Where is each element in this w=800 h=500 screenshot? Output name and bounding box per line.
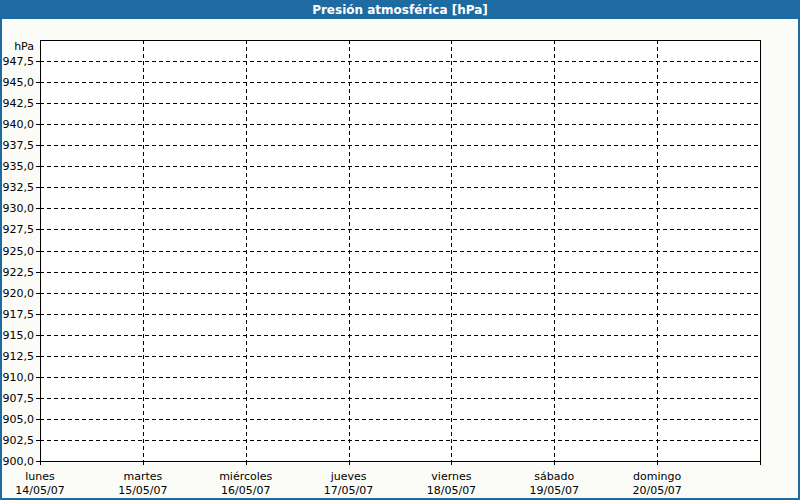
y-tick-label: 907,5 — [3, 392, 35, 405]
y-tick-label: 947,5 — [3, 55, 35, 68]
chart-window: Presión atmosférica [hPa] 947,5945,0942,… — [0, 0, 800, 500]
y-tick-label: 940,0 — [3, 118, 35, 131]
x-date-label: 18/05/07 — [427, 484, 476, 497]
y-tick-label: 937,5 — [3, 139, 35, 152]
y-tick-label: 922,5 — [3, 266, 35, 279]
x-day-label: sábado — [534, 470, 574, 483]
x-day-label: viernes — [431, 470, 471, 483]
y-tick-label: 920,0 — [3, 287, 35, 300]
y-tick-label: 912,5 — [3, 350, 35, 363]
chart-canvas: 947,5945,0942,5940,0937,5935,0932,5930,0… — [2, 19, 798, 498]
x-date-label: 17/05/07 — [324, 484, 373, 497]
y-tick-label: 905,0 — [3, 413, 35, 426]
x-day-label: lunes — [25, 470, 55, 483]
x-day-label: domingo — [633, 470, 681, 483]
y-tick-label: 945,0 — [3, 76, 35, 89]
x-date-label: 15/05/07 — [118, 484, 167, 497]
y-tick-label: 942,5 — [3, 97, 35, 110]
y-tick-label: 932,5 — [3, 181, 35, 194]
y-tick-label: 935,0 — [3, 160, 35, 173]
y-axis-unit-label: hPa — [14, 40, 34, 53]
y-tick-label: 930,0 — [3, 202, 35, 215]
x-date-label: 14/05/07 — [15, 484, 64, 497]
x-day-label: martes — [123, 470, 162, 483]
y-tick-label: 927,5 — [3, 223, 35, 236]
y-tick-label: 925,0 — [3, 245, 35, 258]
y-tick-label: 910,0 — [3, 371, 35, 384]
chart-title-bar: Presión atmosférica [hPa] — [2, 2, 798, 19]
y-tick-label: 915,0 — [3, 329, 35, 342]
x-date-label: 19/05/07 — [530, 484, 579, 497]
x-date-label: 20/05/07 — [632, 484, 681, 497]
x-day-label: jueves — [330, 470, 367, 483]
y-tick-label: 900,0 — [3, 455, 35, 468]
y-tick-label: 902,5 — [3, 434, 35, 447]
x-day-label: miércoles — [219, 470, 272, 483]
x-date-label: 16/05/07 — [221, 484, 270, 497]
chart-title: Presión atmosférica [hPa] — [312, 3, 488, 17]
pressure-chart-svg: 947,5945,0942,5940,0937,5935,0932,5930,0… — [2, 19, 798, 498]
y-tick-label: 917,5 — [3, 308, 35, 321]
